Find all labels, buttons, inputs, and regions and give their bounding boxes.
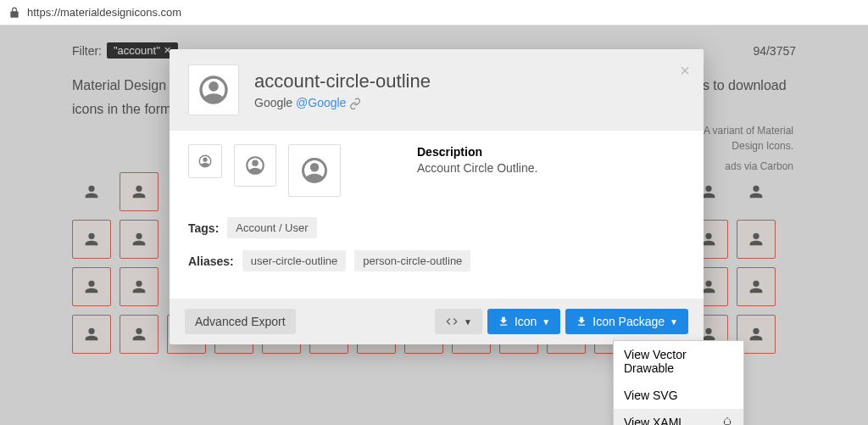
modal-footer: Advanced Export ▼ Icon▼ Icon Package▼ [170,299,704,344]
modal-title: account-circle-outline [254,70,431,92]
address-bar: https://materialdesignicons.com [0,0,868,25]
size-preview-large[interactable] [288,144,341,197]
icon-package-button[interactable]: Icon Package▼ [565,309,688,334]
aliases-row: Aliases: user-circle-outline person-circ… [188,250,685,271]
author-link[interactable]: @Google [296,96,346,109]
menu-item-vector-drawable[interactable]: View Vector Drawable [614,341,743,382]
code-dropdown-menu: View Vector Drawable View SVG View XAML [613,340,744,425]
icon-modal: account-circle-outline Google @Google × … [170,49,704,344]
lock-icon [8,7,20,19]
url-text[interactable]: https://materialdesignicons.com [27,6,181,19]
description-text: Account Circle Outline. [417,161,685,175]
size-preview-small[interactable] [188,144,222,178]
cursor-icon [721,417,733,425]
tags-row: Tags: Account / User [188,217,685,238]
header-icon-preview [188,64,239,115]
code-icon [445,315,459,328]
menu-item-svg[interactable]: View SVG [614,382,743,409]
code-dropdown-button[interactable]: ▼ [435,309,482,334]
tag-pill[interactable]: Account / User [227,217,316,238]
download-icon [576,316,587,327]
chevron-down-icon: ▼ [464,317,472,327]
advanced-export-button[interactable]: Advanced Export [185,309,296,334]
close-icon[interactable]: × [680,61,690,81]
menu-item-xaml[interactable]: View XAML [614,409,743,425]
alias-pill[interactable]: user-circle-outline [242,250,347,271]
icon-download-button[interactable]: Icon▼ [487,309,560,334]
link-icon [349,98,361,109]
modal-author: Google @Google [254,96,431,109]
description-label: Description [417,145,482,159]
modal-header: account-circle-outline Google @Google × [170,49,704,131]
size-preview-medium[interactable] [234,144,276,187]
download-icon [498,316,509,327]
size-previews [188,144,341,197]
alias-pill[interactable]: person-circle-outline [354,250,470,271]
